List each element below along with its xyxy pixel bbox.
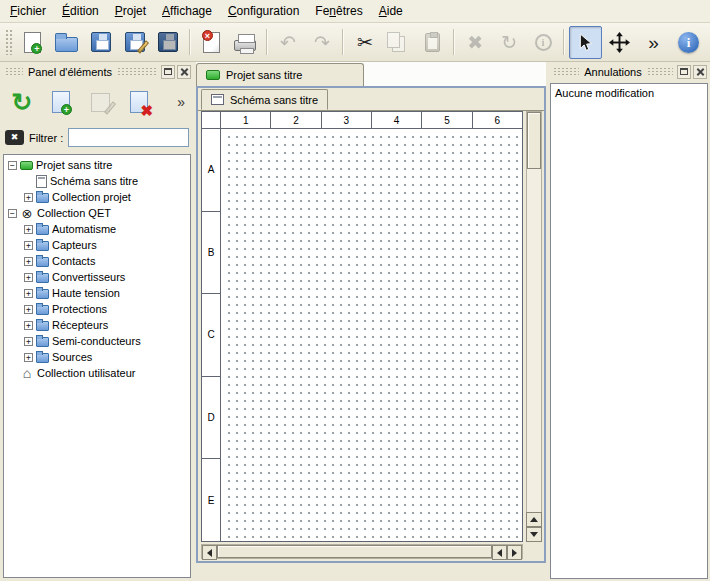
tree-toggle[interactable]: +	[24, 353, 33, 362]
close-file-button[interactable]: ×	[195, 26, 228, 59]
scroll-left-button[interactable]	[202, 545, 217, 560]
dock-grip[interactable]	[117, 67, 157, 77]
filter-input[interactable]	[68, 128, 189, 147]
elements-panel-titlebar[interactable]: Panel d'éléments	[0, 62, 194, 81]
diagram-grid[interactable]	[222, 130, 522, 541]
tree-toggle[interactable]: −	[8, 209, 17, 218]
toolbar-overflow-button[interactable]: »	[637, 26, 670, 59]
toolbar-grip[interactable]	[5, 29, 12, 55]
dock-grip[interactable]	[647, 67, 673, 77]
panel-toolbar-overflow-button[interactable]: »	[173, 94, 189, 110]
elements-panel: Panel d'éléments ↻+✖» Filtrer : −Projet …	[0, 62, 194, 581]
delete-element-button[interactable]: ✖	[122, 85, 156, 119]
save-as-button[interactable]	[118, 26, 151, 59]
tree-toggle[interactable]: +	[24, 193, 33, 202]
rotate-button[interactable]: ↻	[493, 26, 526, 59]
tree-toggle[interactable]: +	[24, 241, 33, 250]
tree-item[interactable]: +Automatisme	[4, 221, 190, 237]
paste-icon	[417, 27, 448, 58]
copy-button[interactable]	[382, 26, 415, 59]
tree-item[interactable]: Schéma sans titre	[4, 173, 190, 189]
menu-aide[interactable]: Aide	[371, 0, 411, 22]
tree-item[interactable]: ⌂Collection utilisateur	[4, 365, 190, 381]
undo-panel-titlebar[interactable]: Annulations	[548, 62, 710, 81]
tree-toggle[interactable]: +	[24, 305, 33, 314]
info-button[interactable]: i	[527, 26, 560, 59]
tree-toggle[interactable]: +	[24, 225, 33, 234]
undo-history-list[interactable]: Aucune modification	[550, 83, 708, 579]
menu-fichier[interactable]: Fichier	[2, 0, 54, 22]
tree-item[interactable]: +Collection projet	[4, 189, 190, 205]
move-tool-button[interactable]	[603, 26, 636, 59]
cut-button[interactable]: ✂	[348, 26, 381, 59]
tree-toggle[interactable]: +	[24, 337, 33, 346]
vscroll-thumb[interactable]	[527, 112, 541, 169]
schema-canvas[interactable]: 123456 ABCDE	[201, 111, 523, 542]
print-button[interactable]	[229, 26, 262, 59]
new-file-button[interactable]: +	[17, 26, 50, 59]
tree-toggle[interactable]: +	[24, 289, 33, 298]
select-tool-button[interactable]	[569, 26, 602, 59]
tree-item[interactable]: +Capteurs	[4, 237, 190, 253]
scroll-down-button[interactable]	[526, 527, 542, 542]
tree-item[interactable]: +Convertisseurs	[4, 269, 190, 285]
tree-item[interactable]: +Contacts	[4, 253, 190, 269]
scroll-up-button[interactable]	[526, 512, 542, 527]
float-panel-button[interactable]	[161, 65, 175, 79]
vertical-scrollbar[interactable]	[526, 111, 542, 542]
tree-item[interactable]: −Projet sans titre	[4, 157, 190, 173]
tree-item[interactable]: −⊗Collection QET	[4, 205, 190, 221]
delete-button[interactable]: ✖	[459, 26, 492, 59]
delete-element-icon: ✖	[122, 85, 156, 119]
tree-item[interactable]: +Sources	[4, 349, 190, 365]
new-element-button[interactable]: +	[44, 85, 78, 119]
tree-item[interactable]: +Récepteurs	[4, 317, 190, 333]
save-button[interactable]	[84, 26, 117, 59]
undo-icon: ↶	[273, 27, 304, 58]
dock-grip[interactable]	[553, 67, 579, 77]
float-panel-button[interactable]	[677, 65, 691, 79]
menu-configuration[interactable]: Configuration	[220, 0, 307, 22]
save-all-button[interactable]	[152, 26, 185, 59]
tree-item-label: Contacts	[52, 255, 95, 267]
menu-projet[interactable]: Projet	[107, 0, 154, 22]
tree-toggle[interactable]: +	[24, 273, 33, 282]
tree-toggle[interactable]: +	[24, 257, 33, 266]
menu-edition[interactable]: Édition	[54, 0, 107, 22]
edit-element-icon	[83, 85, 117, 119]
row-ruler: ABCDE	[202, 129, 221, 541]
edit-element-button[interactable]	[83, 85, 117, 119]
about-button[interactable]: i	[672, 26, 705, 59]
tree-item[interactable]: +Haute tension	[4, 285, 190, 301]
print-icon	[230, 27, 261, 58]
scroll-left-button-2[interactable]	[492, 545, 507, 560]
tree-item[interactable]: +Protections	[4, 301, 190, 317]
tab-schema[interactable]: Schéma sans titre	[201, 89, 328, 110]
undo-button[interactable]: ↶	[272, 26, 305, 59]
scroll-right-button[interactable]	[507, 545, 522, 560]
qet-icon: ⊗	[20, 207, 34, 220]
tab-schema-label: Schéma sans titre	[230, 94, 318, 106]
main-toolbar: +×↶↷✂✖↻i»i	[0, 23, 710, 62]
tree-toggle[interactable]: +	[24, 321, 33, 330]
reload-collections-button[interactable]: ↻	[5, 85, 39, 119]
horizontal-scrollbar[interactable]	[201, 544, 523, 559]
folder-icon	[36, 225, 49, 235]
clear-filter-icon[interactable]	[5, 130, 24, 145]
tree-item-label: Sources	[52, 351, 92, 363]
hscroll-thumb[interactable]	[217, 545, 492, 558]
tab-project[interactable]: Projet sans titre	[196, 63, 364, 86]
close-panel-button[interactable]	[693, 65, 707, 79]
tree-toggle[interactable]: −	[8, 161, 17, 170]
menu-affichage[interactable]: Affichage	[154, 0, 220, 22]
project-window: Schéma sans titre 123456 ABCDE	[196, 86, 546, 563]
info-icon: i	[528, 27, 559, 58]
close-panel-button[interactable]	[177, 65, 191, 79]
open-file-button[interactable]	[50, 26, 83, 59]
dock-grip[interactable]	[5, 67, 23, 77]
menu-fenetres[interactable]: Fenêtres	[307, 0, 370, 22]
row-label: D	[202, 377, 220, 460]
paste-button[interactable]	[416, 26, 449, 59]
redo-button[interactable]: ↷	[305, 26, 338, 59]
tree-item[interactable]: +Semi-conducteurs	[4, 333, 190, 349]
